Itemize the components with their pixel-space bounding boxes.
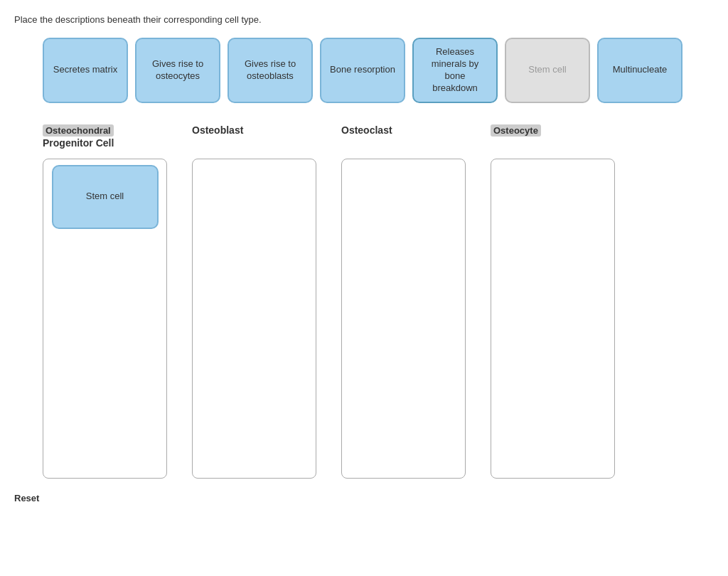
drag-card-card-releases-minerals[interactable]: Releases minerals by bone breakdown <box>412 38 498 103</box>
column-header-col-osteocyte: Osteocyte <box>491 124 541 153</box>
drop-column-col-osteocyte: Osteocyte <box>491 124 626 479</box>
drag-card-card-rise-osteoblasts[interactable]: Gives rise to osteoblasts <box>228 38 313 103</box>
drop-zone-col-osteochondral[interactable]: Stem cell <box>43 159 167 479</box>
drop-column-col-osteoblast: Osteoblast <box>192 124 327 479</box>
drag-card-card-multinucleate[interactable]: Multinucleate <box>597 38 682 103</box>
drag-card-card-bone-resorption[interactable]: Bone resorption <box>320 38 405 103</box>
drag-bank: Secretes matrixGives rise to osteocytesG… <box>14 38 714 103</box>
column-header-col-osteoclast: Osteoclast <box>341 124 392 153</box>
column-header-col-osteoblast: Osteoblast <box>192 124 243 153</box>
drag-card-card-stem-cell-bank[interactable]: Stem cell <box>505 38 590 103</box>
drag-card-card-secretes[interactable]: Secretes matrix <box>43 38 128 103</box>
drop-zone-col-osteoblast[interactable] <box>192 159 316 479</box>
header-line2-col-osteochondral: Progenitor Cell <box>43 137 114 149</box>
column-header-col-osteochondral: OsteochondralProgenitor Cell <box>43 124 114 153</box>
drop-zone-col-osteocyte[interactable] <box>491 159 615 479</box>
reset-button[interactable]: Reset <box>14 493 39 503</box>
drop-column-col-osteochondral: OsteochondralProgenitor CellStem cell <box>43 124 178 479</box>
drop-section: OsteochondralProgenitor CellStem cellOst… <box>14 124 714 479</box>
placed-card-card-stem-cell-placed[interactable]: Stem cell <box>52 165 159 229</box>
drag-card-card-rise-osteocytes[interactable]: Gives rise to osteocytes <box>135 38 220 103</box>
instructions-text: Place the descriptions beneath their cor… <box>14 14 714 25</box>
header-line2-col-osteoblast: Osteoblast <box>192 124 243 136</box>
header-highlight-col-osteochondral: Osteochondral <box>43 124 114 137</box>
header-highlight-col-osteocyte: Osteocyte <box>491 124 541 137</box>
drop-column-col-osteoclast: Osteoclast <box>341 124 476 479</box>
drop-zone-col-osteoclast[interactable] <box>341 159 466 479</box>
header-line2-col-osteoclast: Osteoclast <box>341 124 392 136</box>
